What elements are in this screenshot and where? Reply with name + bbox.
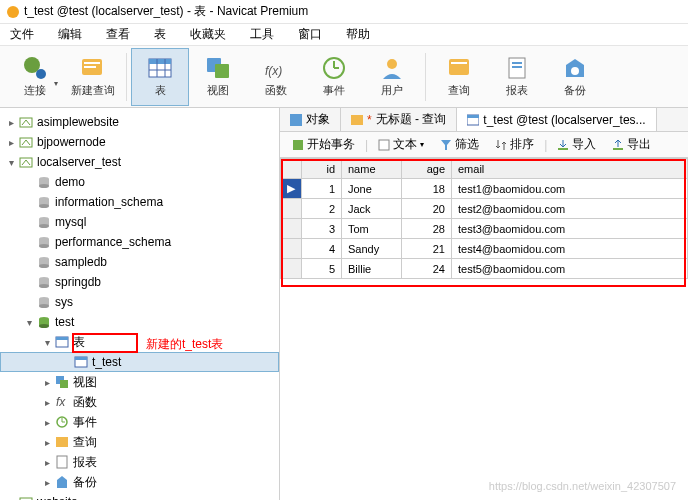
shortcut-icon [18, 114, 34, 130]
toggle-icon[interactable]: ▸ [40, 437, 54, 448]
report-button[interactable]: 报表 [488, 48, 546, 106]
db-icon [36, 174, 52, 190]
toggle-icon[interactable]: ▸ [40, 457, 54, 468]
menu-file[interactable]: 文件 [4, 24, 40, 45]
user-button[interactable]: 用户 [363, 48, 421, 106]
menu-help[interactable]: 帮助 [340, 24, 376, 45]
begin-transaction-button[interactable]: 开始事务 [286, 134, 361, 155]
menu-edit[interactable]: 编辑 [52, 24, 88, 45]
toggle-icon[interactable]: ▾ [4, 157, 18, 168]
sort-button[interactable]: 排序 [489, 134, 540, 155]
new-query-icon [80, 55, 106, 81]
tree-label: 函数 [73, 394, 97, 411]
svg-point-35 [39, 224, 49, 228]
tree-item-t_test[interactable]: t_test [0, 352, 279, 372]
toggle-icon[interactable]: ▸ [4, 117, 18, 128]
tree-item-bjpowernode[interactable]: ▸bjpowernode [0, 132, 279, 152]
toggle-icon[interactable]: ▸ [40, 417, 54, 428]
toggle-icon[interactable]: ▸ [4, 137, 18, 148]
menu-view[interactable]: 查看 [100, 24, 136, 45]
tree-label: 备份 [73, 474, 97, 491]
filter-button[interactable]: 筛选 [434, 134, 485, 155]
new-query-button[interactable]: 新建查询 [64, 48, 122, 106]
tree-item-函数[interactable]: ▸fx函数 [0, 392, 279, 412]
svg-rect-61 [56, 437, 68, 447]
svg-rect-5 [84, 66, 96, 68]
tree-item-springdb[interactable]: springdb [0, 272, 279, 292]
tree-item-视图[interactable]: ▸视图 [0, 372, 279, 392]
backup-icon [562, 55, 588, 81]
svg-rect-7 [149, 59, 171, 64]
export-button[interactable]: 导出 [606, 134, 657, 155]
titlebar: t_test @test (localserver_test) - 表 - Na… [0, 0, 688, 24]
svg-rect-19 [451, 62, 467, 64]
tree-item-mysql[interactable]: mysql [0, 212, 279, 232]
toggle-icon[interactable]: ▾ [40, 337, 54, 348]
svg-text:f(x): f(x) [265, 64, 282, 78]
table-button[interactable]: 表 [131, 48, 189, 106]
backup-icon [54, 474, 70, 490]
tree-item-asimplewebsite[interactable]: ▸asimplewebsite [0, 112, 279, 132]
svg-point-47 [39, 304, 49, 308]
tree-item-website[interactable]: ▸website [0, 492, 279, 500]
connect-label: 连接 [24, 83, 46, 98]
table-label: 表 [155, 83, 166, 98]
sidebar-tree[interactable]: ▸asimplewebsite▸bjpowernode▾localserver_… [0, 108, 280, 500]
svg-point-29 [39, 184, 49, 188]
tree-item-information_schema[interactable]: information_schema [0, 192, 279, 212]
toggle-icon[interactable]: ▸ [4, 497, 18, 501]
tree-item-demo[interactable]: demo [0, 172, 279, 192]
tab-object[interactable]: 对象 [280, 108, 341, 131]
query-button[interactable]: 查询 [430, 48, 488, 106]
menu-window[interactable]: 窗口 [292, 24, 328, 45]
tab-label: 对象 [306, 111, 330, 128]
tree-item-localserver_test[interactable]: ▾localserver_test [0, 152, 279, 172]
user-label: 用户 [381, 83, 403, 98]
svg-rect-54 [75, 357, 87, 360]
event-button[interactable]: 事件 [305, 48, 363, 106]
import-button[interactable]: 导入 [551, 134, 602, 155]
toggle-icon[interactable]: ▸ [40, 477, 54, 488]
tree-item-performance_schema[interactable]: performance_schema [0, 232, 279, 252]
connect-button[interactable]: ▾ 连接 [6, 48, 64, 106]
toggle-icon[interactable]: ▸ [40, 397, 54, 408]
separator [425, 53, 426, 101]
function-button[interactable]: f(x) 函数 [247, 48, 305, 106]
object-icon [290, 114, 302, 126]
data-grid[interactable]: id name age email ▶1Jone18test1@baomidou… [280, 158, 688, 500]
view-button[interactable]: 视图 [189, 48, 247, 106]
svg-rect-65 [290, 114, 302, 126]
tree-label: website [37, 495, 78, 500]
menu-favorites[interactable]: 收藏夹 [184, 24, 232, 45]
view-icon [205, 55, 231, 81]
sort-icon [495, 139, 507, 151]
table-grp-icon [54, 334, 70, 350]
fx-icon: fx [54, 394, 70, 410]
tree-item-事件[interactable]: ▸事件 [0, 412, 279, 432]
toggle-icon[interactable]: ▾ [22, 317, 36, 328]
tab-ttest[interactable]: t_test @test (localserver_tes... [457, 108, 656, 131]
text-mode-button[interactable]: 文本 ▾ [372, 134, 430, 155]
event-label: 事件 [323, 83, 345, 98]
content-pane: 对象 * 无标题 - 查询 t_test @test (localserver_… [280, 108, 688, 500]
toggle-icon[interactable]: ▸ [40, 377, 54, 388]
menu-table[interactable]: 表 [148, 24, 172, 45]
svg-rect-69 [293, 140, 303, 150]
svg-rect-52 [56, 337, 68, 340]
tree-item-备份[interactable]: ▸备份 [0, 472, 279, 492]
svg-point-41 [39, 264, 49, 268]
event-icon [54, 414, 70, 430]
tree-item-查询[interactable]: ▸查询 [0, 432, 279, 452]
menu-tools[interactable]: 工具 [244, 24, 280, 45]
tree-item-test[interactable]: ▾test [0, 312, 279, 332]
watermark: https://blog.csdn.net/weixin_42307507 [489, 480, 676, 492]
tree-item-sampledb[interactable]: sampledb [0, 252, 279, 272]
tree-item-表[interactable]: ▾表 [0, 332, 279, 352]
tree-label: localserver_test [37, 155, 121, 169]
tree-label: sys [55, 295, 73, 309]
tree-item-报表[interactable]: ▸报表 [0, 452, 279, 472]
tree-item-sys[interactable]: sys [0, 292, 279, 312]
backup-button[interactable]: 备份 [546, 48, 604, 106]
text-icon [378, 139, 390, 151]
tab-untitled-query[interactable]: * 无标题 - 查询 [341, 108, 457, 131]
